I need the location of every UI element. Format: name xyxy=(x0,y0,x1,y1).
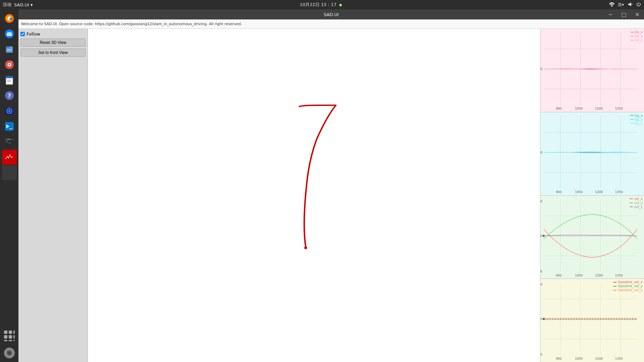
chart-vel-grid: 0 10 -10 900 1050 1200 1350 xyxy=(540,196,644,278)
dock-files[interactable] xyxy=(2,42,17,57)
legend-bg-y: bg_y xyxy=(630,118,643,121)
svg-rect-16 xyxy=(7,80,11,81)
power-icon[interactable] xyxy=(636,2,641,8)
window-title: SAD.UI xyxy=(324,12,339,17)
dock-music[interactable] xyxy=(2,57,17,72)
svg-text:-10: -10 xyxy=(540,353,542,357)
svg-text:1350: 1350 xyxy=(615,357,623,360)
svg-rect-8 xyxy=(7,49,12,50)
svg-text:1200: 1200 xyxy=(595,357,603,360)
follow-label[interactable]: Follow xyxy=(26,32,40,37)
reset-3d-button[interactable]: Reset 3D View xyxy=(20,39,86,47)
svg-text:-10: -10 xyxy=(540,270,542,273)
svg-rect-40 xyxy=(9,340,12,341)
dock-writer[interactable] xyxy=(2,73,17,87)
svg-text:900: 900 xyxy=(556,107,561,110)
svg-rect-26 xyxy=(5,138,13,140)
legend-vel-y: vel_y xyxy=(630,201,643,205)
svg-point-22 xyxy=(8,110,10,112)
dock-disk[interactable] xyxy=(2,346,17,360)
svg-rect-37 xyxy=(9,335,12,339)
svg-text:1050: 1050 xyxy=(575,274,583,277)
svg-rect-31 xyxy=(4,152,14,162)
svg-point-106 xyxy=(543,318,545,320)
svg-rect-32 xyxy=(4,168,14,177)
legend-baselink-vel-x: 'baselink_vel_x xyxy=(613,280,643,284)
svg-rect-35 xyxy=(13,330,15,334)
chart-vel: 0 10 -10 900 1050 1200 1350 xyxy=(540,196,644,279)
chart-bg-legend: bg_x bg_y bg_z xyxy=(630,114,643,125)
svg-rect-24 xyxy=(5,122,13,131)
minimize-button[interactable]: ─ xyxy=(604,9,617,19)
dock-krita[interactable] xyxy=(2,104,17,118)
restore-button[interactable]: □ xyxy=(617,9,631,19)
dock-terminal[interactable] xyxy=(2,134,17,149)
svg-text:1200: 1200 xyxy=(595,107,603,110)
left-panel: Follow Reset 3D View Set to front View xyxy=(18,29,88,362)
viewport-3d[interactable] xyxy=(88,29,540,362)
svg-text:1350: 1350 xyxy=(615,107,623,110)
svg-point-87 xyxy=(543,235,545,237)
svg-text:0: 0 xyxy=(540,234,542,237)
svg-text:?: ? xyxy=(8,93,11,99)
chart-ba: 0 900 1050 1200 1350 ba_x xyxy=(540,29,644,112)
charts-area: 0 900 1050 1200 1350 ba_x xyxy=(540,29,644,362)
svg-text:1050: 1050 xyxy=(575,107,583,110)
svg-rect-7 xyxy=(6,46,9,48)
svg-rect-15 xyxy=(7,80,12,80)
dock-vscode[interactable] xyxy=(2,119,17,134)
svg-rect-41 xyxy=(13,340,15,341)
legend-ba-y: ba_y xyxy=(631,34,643,38)
dock-unknown[interactable] xyxy=(2,165,17,180)
taskbar-center: 10月22日 15：17 ● xyxy=(300,2,342,8)
legend-ba-z: ba_z xyxy=(631,38,643,42)
svg-text:1350: 1350 xyxy=(615,190,623,194)
svg-text:1050: 1050 xyxy=(575,190,583,194)
svg-text:10: 10 xyxy=(540,199,542,203)
console-bar: Welcome to SAD.UI. Open source code: htt… xyxy=(18,19,644,29)
close-button[interactable]: ✕ xyxy=(631,9,644,19)
svg-rect-9 xyxy=(7,51,11,51)
lang-label[interactable]: 英▾ xyxy=(618,2,624,8)
dock-email[interactable] xyxy=(2,26,17,41)
dock-help[interactable]: ? xyxy=(2,88,17,103)
taskbar-right: 英▾ xyxy=(609,2,641,8)
legend-bg-z: bg_z xyxy=(630,122,643,125)
status-dot: ● xyxy=(339,3,342,7)
app-window: Welcome to SAD.UI. Open source code: htt… xyxy=(18,19,644,362)
legend-baselink-vel-z: 'baselink_vel_z xyxy=(613,288,643,292)
dock-apps-grid[interactable] xyxy=(2,328,17,343)
svg-point-28 xyxy=(8,139,9,140)
svg-point-12 xyxy=(8,64,10,65)
dock-firefox[interactable] xyxy=(2,11,17,26)
trajectory-svg xyxy=(88,29,540,362)
svg-text:10: 10 xyxy=(540,283,542,286)
svg-rect-39 xyxy=(4,340,7,341)
legend-bg-x: bg_x xyxy=(630,114,643,117)
legend-baselink-vel-y: 'baselink_vel_y xyxy=(613,284,643,288)
dock-monitor[interactable] xyxy=(2,150,17,165)
legend-vel-z: vel_z xyxy=(630,205,643,209)
svg-marker-1 xyxy=(628,2,631,6)
console-message: Welcome to SAD.UI. Open source code: htt… xyxy=(21,22,242,26)
svg-point-29 xyxy=(10,139,11,140)
legend-ba-x: ba_x xyxy=(631,30,643,34)
datetime-label: 10月22日 15：17 xyxy=(300,2,336,8)
svg-rect-33 xyxy=(4,330,7,334)
app-name-label[interactable]: SAD.UI ▾ xyxy=(14,2,33,7)
svg-text:900: 900 xyxy=(556,357,561,360)
activities-label[interactable]: 活动 xyxy=(3,2,11,8)
legend-vel-x: vel_x xyxy=(630,197,643,201)
chart-ba-legend: ba_x ba_y ba_z xyxy=(631,30,643,42)
svg-rect-34 xyxy=(9,330,12,334)
svg-text:1200: 1200 xyxy=(595,274,603,277)
svg-rect-17 xyxy=(7,81,10,82)
chart-bg: 0 900 1050 1200 1350 bg_x xyxy=(540,112,644,196)
volume-icon[interactable] xyxy=(627,2,633,8)
svg-point-0 xyxy=(611,5,612,7)
svg-rect-14 xyxy=(6,76,12,78)
chart-bg-grid: 0 900 1050 1200 1350 xyxy=(540,112,644,194)
set-front-view-button[interactable]: Set to front View xyxy=(20,49,86,57)
follow-checkbox[interactable] xyxy=(20,32,25,36)
network-icon[interactable] xyxy=(609,2,614,8)
